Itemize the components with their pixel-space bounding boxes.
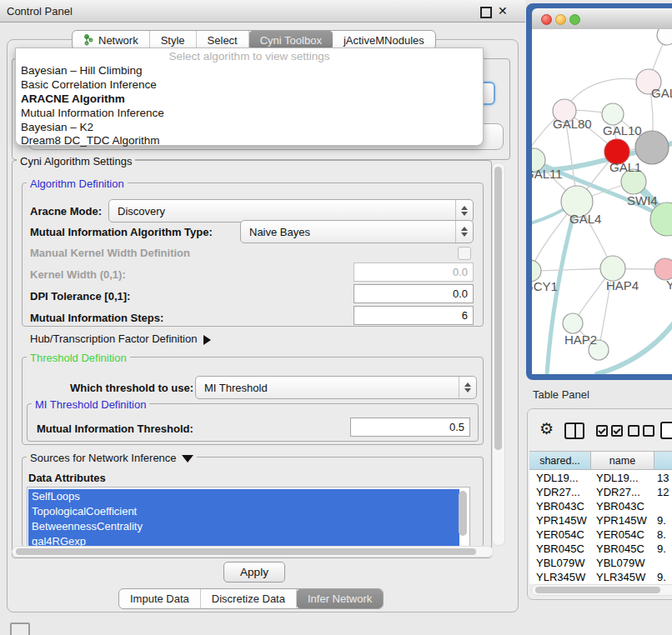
tab-network[interactable]: Network	[73, 31, 150, 49]
network-canvas[interactable]: GAL7 GAL80 GAL10 GAL1 GAL11 SWI4 GAL4 GC…	[532, 29, 672, 374]
unchecked-pair-icon[interactable]	[628, 425, 654, 440]
cell[interactable]: YLR345W	[596, 571, 645, 583]
sources-expander[interactable]: Sources for Network Inference	[27, 452, 197, 464]
combo-arrows-icon	[455, 221, 473, 242]
mi-steps-field[interactable]: 6	[354, 306, 474, 325]
cell[interactable]: 13	[657, 472, 669, 484]
mi-threshold-label: Mutual Information Threshold:	[37, 422, 193, 435]
node-label: SWI4	[627, 193, 658, 208]
aracne-mode-combo[interactable]: Discovery	[108, 199, 474, 222]
cell[interactable]: 9.	[657, 542, 666, 555]
tab-discretize-data[interactable]: Discretize Data	[201, 589, 297, 608]
cell[interactable]: YDR27...	[596, 486, 640, 498]
algorithm-definition-title: Algorithm Definition	[27, 178, 128, 190]
close-icon[interactable]: ✕	[498, 4, 508, 18]
close-traffic-light-icon[interactable]	[541, 14, 552, 25]
cell[interactable]: YBR043C	[596, 500, 644, 512]
combo-arrows-icon	[459, 377, 476, 398]
cell[interactable]: YER054C	[596, 528, 644, 541]
collapsed-panel-icon[interactable]	[10, 622, 30, 635]
which-threshold-combo[interactable]: MI Threshold	[195, 376, 477, 399]
partial-icon[interactable]	[660, 422, 672, 439]
column-header-cut[interactable]	[654, 451, 672, 470]
attribute-item[interactable]: SelfLoops	[28, 489, 459, 504]
algorithm-option[interactable]: Dream8 DC_TDC Algorithm	[21, 134, 160, 147]
node-table[interactable]: shared... name YDL19... YDL19... 13 YDR2…	[529, 451, 672, 584]
control-panel-titlebar: Control Panel ✕	[0, 0, 525, 22]
tab-style[interactable]: Style	[150, 31, 197, 49]
settings-hscrollbar-track[interactable]	[12, 546, 494, 558]
algorithm-option[interactable]: Basic Correlation Inference	[21, 78, 157, 91]
minimize-traffic-light-icon[interactable]	[555, 14, 566, 25]
mi-type-label: Mutual Information Algorithm Type:	[30, 226, 213, 238]
tab-cyni-toolbox[interactable]: Cyni Toolbox	[249, 31, 333, 49]
combo-arrows-icon	[455, 200, 473, 222]
cell[interactable]: YLR345W	[536, 571, 585, 583]
algorithm-option[interactable]: Bayesian – K2	[21, 121, 93, 133]
algorithm-option[interactable]: Mutual Information Inference	[21, 107, 164, 119]
algorithm-option[interactable]: Bayesian – Hill Climbing	[21, 64, 143, 77]
zoom-traffic-light-icon[interactable]	[569, 14, 580, 25]
manual-kernel-checkbox[interactable]	[458, 247, 471, 260]
settings-vscrollbar-track[interactable]	[492, 162, 505, 546]
settings-vscrollbar-thumb[interactable]	[494, 167, 502, 450]
manual-kernel-label: Manual Kernel Width Definition	[30, 247, 190, 259]
cell[interactable]: YER054C	[536, 528, 584, 541]
cyni-settings-title: Cyni Algorithm Settings	[17, 155, 135, 168]
threshold-definition-title: Threshold Definition	[27, 352, 130, 364]
node-label: GCY1	[532, 279, 558, 293]
data-attributes-list[interactable]: SelfLoops TopologicalCoefficient Between…	[27, 487, 470, 547]
cell[interactable]: YPR145W	[596, 514, 647, 527]
column-header-shared[interactable]: shared...	[529, 451, 591, 470]
mi-type-combo[interactable]: Naive Bayes	[240, 220, 474, 243]
cell[interactable]: YBL079W	[596, 557, 645, 569]
cell[interactable]: YBL079W	[536, 557, 585, 569]
cell[interactable]: 9.	[657, 514, 666, 527]
network-icon	[83, 34, 94, 46]
mi-threshold-field[interactable]: 0.5	[350, 418, 470, 437]
tab-infer-network[interactable]: Infer Network	[297, 589, 383, 608]
cell[interactable]: YBR043C	[536, 500, 584, 512]
tab-jactivemnodules[interactable]: jActiveMNodules	[333, 31, 435, 49]
cell[interactable]: 8.	[657, 528, 666, 541]
algorithm-option-selected[interactable]: ARACNE Algorithm	[21, 92, 125, 105]
dpi-tolerance-field[interactable]: 0.0	[354, 284, 474, 303]
node-label: GAL11	[532, 167, 563, 181]
list-scrollbar-thumb[interactable]	[459, 491, 467, 536]
checked-pair-icon[interactable]	[596, 425, 623, 440]
node-label: HAP4	[606, 278, 639, 292]
node-label: GAL4	[569, 212, 601, 226]
table-panel-card: ⚙ shared... name YDL19... YDL19... 13 YD…	[527, 408, 672, 600]
cell[interactable]: YDL19...	[596, 472, 639, 484]
dpi-tolerance-label: DPI Tolerance [0,1]:	[30, 290, 130, 302]
cell[interactable]: YDL19...	[536, 472, 579, 484]
hub-definition-expander[interactable]: Hub/Transcription Factor Definition	[30, 332, 211, 345]
float-window-icon[interactable]	[480, 7, 492, 18]
cell[interactable]: 12	[657, 486, 669, 498]
cell[interactable]: 9.	[657, 571, 666, 583]
column-header-name[interactable]: name	[591, 451, 654, 470]
cell[interactable]: YBR045C	[596, 542, 644, 555]
cell[interactable]: YPR145W	[536, 514, 587, 527]
cell[interactable]: YBR045C	[536, 542, 584, 555]
cell[interactable]: YDR27...	[536, 486, 580, 498]
table-hscrollbar-thumb[interactable]	[535, 587, 660, 593]
tab-select[interactable]: Select	[197, 31, 249, 49]
attribute-item[interactable]: BetweennessCentrality	[28, 519, 459, 534]
aracne-mode-label: Aracne Mode:	[30, 205, 102, 218]
tab-impute-data[interactable]: Impute Data	[119, 589, 201, 608]
node-hap4[interactable]	[600, 256, 625, 281]
node-label: HAP2	[564, 332, 597, 347]
split-columns-icon[interactable]	[564, 422, 584, 439]
gear-icon[interactable]: ⚙	[539, 421, 554, 437]
settings-hscrollbar-thumb[interactable]	[16, 548, 476, 555]
kernel-width-field[interactable]: 0.0	[354, 262, 474, 282]
table-hscrollbar-track[interactable]	[531, 584, 672, 596]
node-gal10[interactable]	[602, 103, 624, 125]
node-unlabeled[interactable]	[657, 29, 672, 45]
apply-button[interactable]: Apply	[223, 562, 285, 582]
node-label: GAL1	[609, 160, 641, 174]
attribute-item[interactable]: gal4RGexp	[28, 534, 459, 547]
attribute-item[interactable]: TopologicalCoefficient	[28, 504, 459, 519]
node-hap2[interactable]	[563, 313, 583, 333]
